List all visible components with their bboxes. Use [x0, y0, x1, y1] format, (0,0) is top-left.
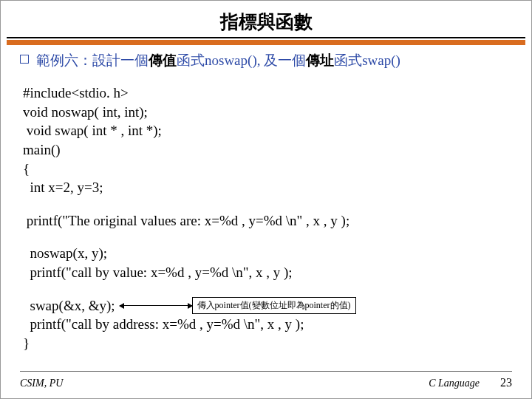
code-line: noswap(x, y); — [23, 244, 509, 263]
code-line: swap(&x, &y); — [23, 296, 115, 316]
code-line: printf("The original values are: x=%d , … — [23, 211, 509, 231]
slide-footer: CSIM, PU C Language 23 — [1, 371, 531, 389]
code-line: void swap( int * , int *); — [23, 121, 509, 140]
code-swap-line: swap(&x, &y); 傳入pointer值(變數位址即為pointer的值… — [23, 296, 509, 316]
arrow-head-right-icon — [188, 303, 193, 309]
code-blank — [23, 282, 509, 296]
code-line: main() — [23, 140, 509, 160]
footer-left: CSIM, PU — [20, 378, 63, 389]
code-line: { — [23, 160, 509, 179]
footer-row: CSIM, PU C Language 23 — [20, 376, 512, 389]
bullet-prefix: 範例六：設計一個 — [36, 52, 149, 68]
code-line: void noswap( int, int); — [23, 103, 509, 122]
code-line: printf("call by address: x=%d , y=%d \n"… — [23, 315, 509, 334]
accent-bar — [7, 40, 525, 45]
code-line: } — [23, 334, 509, 353]
bullet-bold2: 傳址 — [306, 52, 334, 68]
code-blank — [23, 230, 509, 244]
code-block: #include<stdio. h> void noswap( int, int… — [23, 83, 509, 353]
bullet-mid1: 函式noswap(), 及一個 — [177, 52, 306, 68]
bullet-bold1: 傳值 — [149, 52, 177, 68]
bullet-text: 範例六：設計一個傳值函式noswap(), 及一個傳址函式swap() — [36, 51, 400, 70]
example-bullet: 範例六：設計一個傳值函式noswap(), 及一個傳址函式swap() — [20, 51, 512, 70]
arrow-icon — [120, 305, 192, 306]
code-blank — [23, 197, 509, 211]
title-underline — [7, 37, 525, 38]
footer-course: C Language — [429, 378, 480, 389]
bullet-square-icon — [20, 55, 29, 64]
slide: 指標與函數 範例六：設計一個傳值函式noswap(), 及一個傳址函式swap(… — [0, 0, 532, 399]
arrow-head-left-icon — [119, 303, 124, 309]
slide-title: 指標與函數 — [1, 1, 531, 37]
code-line: int x=2, y=3; — [23, 178, 509, 197]
code-line: #include<stdio. h> — [23, 83, 509, 103]
annotation-box: 傳入pointer值(變數位址即為pointer的值) — [192, 297, 356, 313]
footer-right: C Language 23 — [429, 376, 512, 389]
bullet-suffix: 函式swap() — [334, 52, 400, 68]
footer-divider — [20, 371, 512, 372]
code-line: printf("call by value: x=%d , y=%d \n", … — [23, 263, 509, 282]
page-number: 23 — [500, 376, 512, 389]
